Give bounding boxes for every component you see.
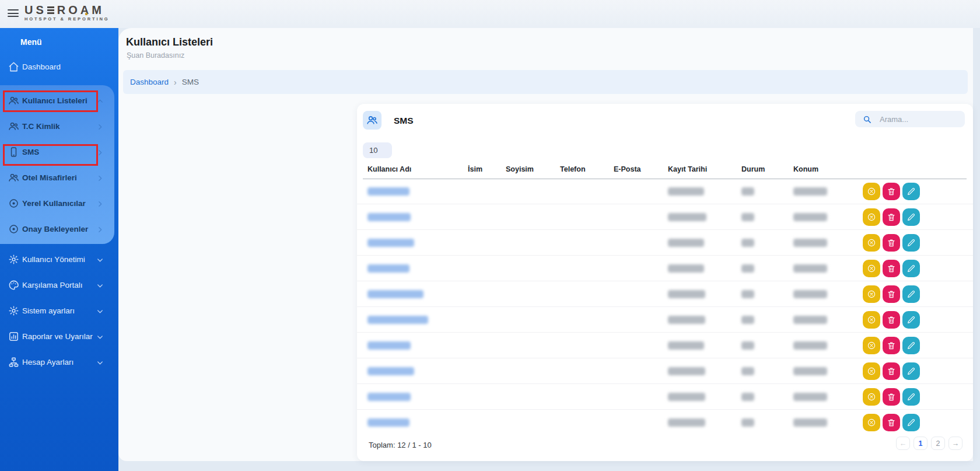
page-1-button[interactable]: 1 (914, 437, 928, 450)
deactivate-button[interactable] (863, 183, 880, 200)
delete-button[interactable] (883, 362, 900, 380)
delete-button[interactable] (883, 337, 900, 354)
redacted-location (793, 418, 827, 427)
redacted-registration-date (668, 341, 704, 350)
prev-page-button[interactable]: ← (896, 437, 910, 450)
delete-button[interactable] (883, 208, 900, 226)
next-page-button[interactable]: → (949, 437, 963, 450)
table-header-row: Kullanıcı Adı İsim Soyisim Telefon E-Pos… (357, 162, 973, 179)
edit-button[interactable] (902, 260, 920, 277)
deactivate-button[interactable] (863, 311, 880, 329)
redacted-username-link[interactable] (368, 367, 414, 375)
chevron-down-icon (96, 307, 104, 315)
trash-icon (887, 367, 896, 376)
sidebar-item-kullanici-listeleri[interactable]: Kullanıcı Listeleri (0, 88, 114, 113)
edit-button[interactable] (902, 414, 920, 431)
sidebar-item-tc-kimlik[interactable]: T.C Kimlik (0, 113, 114, 139)
deactivate-button[interactable] (863, 362, 880, 380)
column-header-durum[interactable]: Durum (741, 165, 765, 173)
sidebar-item-yerel-kullanicilar[interactable]: Yerel Kullanıcılar (0, 190, 114, 216)
page-size-selector[interactable]: 10 (363, 142, 392, 158)
column-header-kullanici-adi[interactable]: Kullanıcı Adı (368, 165, 411, 173)
page-2-button[interactable]: 2 (931, 437, 945, 450)
breadcrumb: Dashboard › SMS (123, 70, 968, 94)
pencil-icon (907, 418, 916, 427)
menu-label: Menü (0, 28, 118, 54)
logo-gold-dot (85, 13, 88, 15)
redacted-location (793, 290, 827, 298)
deactivate-button[interactable] (863, 388, 880, 406)
redacted-username-link[interactable] (368, 264, 410, 273)
edit-button[interactable] (902, 311, 920, 329)
app-logo: USROAM HOTSPOT & REPORTING (24, 4, 110, 22)
table-body (357, 179, 973, 435)
redacted-username-link[interactable] (368, 187, 410, 196)
redacted-status (741, 187, 754, 196)
redacted-username-link[interactable] (368, 290, 424, 298)
edit-button[interactable] (902, 208, 920, 226)
deactivate-button[interactable] (863, 260, 880, 277)
pagination: ← 1 2 → (896, 437, 963, 450)
deactivate-button[interactable] (863, 208, 880, 226)
delete-button[interactable] (883, 183, 900, 200)
column-header-soyisim[interactable]: Soyisim (506, 165, 534, 173)
delete-button[interactable] (883, 234, 900, 252)
sidebar-item-otel-misafirleri[interactable]: Otel Misafirleri (0, 165, 114, 190)
trash-icon (887, 264, 896, 273)
table-row (357, 256, 973, 281)
redacted-username-link[interactable] (368, 418, 410, 427)
edit-button[interactable] (902, 362, 920, 380)
redacted-username-link[interactable] (368, 213, 411, 221)
redacted-username-link[interactable] (368, 393, 411, 401)
sidebar-item-sms[interactable]: SMS (0, 139, 114, 165)
chevron-right-icon (96, 225, 104, 233)
search-input[interactable] (880, 115, 956, 124)
page-subtitle: Şuan Buradasınız (127, 51, 184, 60)
delete-button[interactable] (883, 260, 900, 277)
deactivate-button[interactable] (863, 337, 880, 354)
search-box[interactable] (855, 111, 965, 127)
app-root: USROAM HOTSPOT & REPORTING Menü Dashboar… (0, 0, 980, 471)
pencil-icon (907, 264, 916, 273)
redacted-registration-date (668, 290, 705, 298)
deactivate-button[interactable] (863, 285, 880, 303)
deactivate-button[interactable] (863, 234, 880, 252)
sidebar-item-karsilama-portali[interactable]: Karşılama Portalı (0, 272, 118, 298)
edit-button[interactable] (902, 234, 920, 252)
edit-button[interactable] (902, 285, 920, 303)
circle-x-icon (867, 187, 876, 196)
sidebar-item-raporlar-ve-uyarilar[interactable]: Raporlar ve Uyarılar (0, 323, 118, 349)
gear-icon (8, 305, 19, 316)
hamburger-menu-icon[interactable] (8, 9, 19, 18)
sidebar-item-dashboard[interactable]: Dashboard (0, 54, 118, 79)
trash-icon (887, 418, 896, 427)
column-header-eposta[interactable]: E-Posta (614, 165, 641, 173)
delete-button[interactable] (883, 388, 900, 406)
sidebar-item-kullanici-yonetimi[interactable]: Kullanıcı Yönetimi (0, 246, 118, 272)
redacted-status (741, 290, 754, 298)
column-header-kayit-tarihi[interactable]: Kayıt Tarihi (668, 165, 707, 173)
breadcrumb-link-dashboard[interactable]: Dashboard (130, 78, 169, 86)
sidebar-item-onay-bekleyenler[interactable]: Onay Bekleyenler (0, 216, 114, 242)
breadcrumb-current: SMS (182, 78, 199, 86)
column-header-konum[interactable]: Konum (793, 165, 818, 173)
delete-button[interactable] (883, 311, 900, 329)
edit-button[interactable] (902, 388, 920, 406)
delete-button[interactable] (883, 285, 900, 303)
redacted-username-link[interactable] (368, 239, 414, 247)
sidebar-item-hesap-ayarlari[interactable]: Hesap Ayarları (0, 349, 118, 375)
redacted-username-link[interactable] (368, 341, 411, 350)
column-header-telefon[interactable]: Telefon (560, 165, 586, 173)
sidebar-item-sistem-ayarlari[interactable]: Sistem ayarları (0, 298, 118, 323)
edit-button[interactable] (902, 183, 920, 200)
deactivate-button[interactable] (863, 414, 880, 431)
edit-button[interactable] (902, 337, 920, 354)
delete-button[interactable] (883, 414, 900, 431)
column-header-isim[interactable]: İsim (468, 165, 482, 173)
redacted-registration-date (668, 393, 705, 401)
redacted-status (741, 316, 754, 324)
redacted-username-link[interactable] (368, 316, 428, 324)
sidebar-submenu-user-lists: Kullanıcı Listeleri T.C Kimlik SMS Otel … (0, 85, 114, 244)
redacted-location (793, 187, 827, 196)
circle-x-icon (867, 264, 876, 273)
